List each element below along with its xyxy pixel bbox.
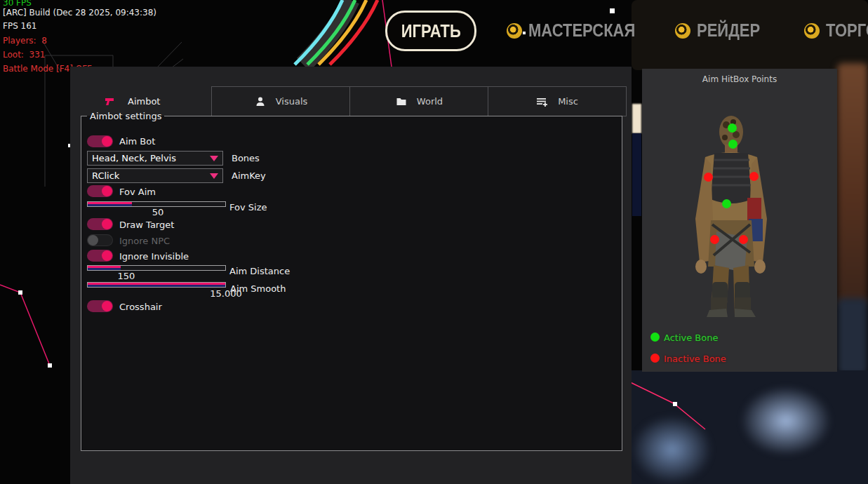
menu-item-trade[interactable]: ТОРГО — [804, 20, 868, 41]
hitbox-panel-title: Aim HitBox Points — [642, 74, 837, 84]
hud-players: Players: 8 — [3, 36, 47, 46]
aim-bot-label: Aim Bot — [119, 136, 155, 147]
coin-icon — [675, 23, 690, 39]
tab-label: World — [417, 96, 443, 107]
bg-gap-bright — [632, 104, 641, 133]
aim-smooth-value: 15.000 — [205, 288, 247, 299]
person-icon — [255, 96, 266, 107]
bg-bottom-blob2 — [632, 415, 712, 484]
bone-left-arm[interactable] — [704, 173, 713, 182]
fov-aim-toggle[interactable] — [87, 185, 113, 197]
aim-smooth-slider[interactable] — [87, 282, 226, 288]
ignore-invisible-label: Ignore Invisible — [119, 251, 189, 262]
crosshair-toggle[interactable] — [87, 300, 113, 312]
menu-item-label: МАСТЕРСКАЯ — [528, 20, 635, 41]
chevron-down-icon — [210, 173, 218, 179]
aim-distance-slider-fill — [88, 266, 121, 270]
active-bone-label: Active Bone — [664, 332, 718, 343]
bones-dropdown[interactable]: Head, Neck, Pelvis — [87, 151, 223, 166]
menu-item-label: ТОРГО — [826, 20, 868, 41]
bg-gap-navy — [632, 133, 641, 216]
draw-target-label: Draw Target — [119, 220, 174, 230]
bg-rust-wall — [837, 63, 868, 305]
menu-item-workshop[interactable]: МАСТЕРСКАЯ — [507, 20, 650, 41]
hud-fps: FPS 161 — [3, 21, 36, 31]
coin-icon — [507, 23, 522, 39]
bone-neck[interactable] — [728, 140, 737, 149]
menu-item-label: РЕЙДЕР — [697, 20, 760, 41]
bone-pelvis[interactable] — [722, 199, 731, 208]
active-bone-dot — [650, 332, 660, 342]
inactive-bone-label: Inactive Bone — [664, 354, 726, 364]
ignore-invisible-toggle[interactable] — [87, 250, 113, 262]
group-title: Aimbot settings — [87, 111, 164, 121]
play-button[interactable]: ИГРАТЬ — [385, 11, 476, 51]
folder-icon — [396, 96, 407, 107]
screen: 30 FPS [ARC] Build (Dec 28 2025, 09:43:3… — [0, 0, 868, 484]
hud-loot: Loot: 331 — [3, 50, 45, 60]
aimkey-dropdown-value: RClick — [92, 170, 119, 181]
tab-label: Aimbot — [128, 96, 160, 107]
hud-build: [ARC] Build (Dec 28 2025, 09:43:38) — [3, 8, 156, 18]
menu-item-raider[interactable]: РЕЙДЕР — [675, 20, 768, 41]
bone-right-thigh[interactable] — [739, 235, 748, 244]
chevron-down-icon — [210, 156, 218, 161]
ignore-npc-toggle[interactable] — [87, 234, 113, 246]
aimkey-dropdown[interactable]: RClick — [87, 168, 223, 183]
bone-right-arm[interactable] — [749, 172, 759, 181]
aim-smooth-slider-fill — [88, 283, 225, 287]
bones-dropdown-value: Head, Neck, Pelvis — [92, 153, 176, 163]
fov-size-label: Fov Size — [229, 202, 267, 213]
fov-aim-label: Fov Aim — [119, 187, 156, 197]
bone-head[interactable] — [728, 123, 737, 133]
aim-distance-slider[interactable] — [87, 265, 226, 271]
aimkey-label: AimKey — [232, 170, 266, 181]
aim-distance-value: 150 — [111, 271, 142, 281]
gun-icon — [104, 96, 115, 107]
tab-label: Misc — [558, 96, 578, 107]
fov-size-slider[interactable] — [87, 201, 226, 207]
fov-size-slider-fill — [88, 202, 132, 206]
draw-target-toggle[interactable] — [87, 218, 113, 230]
aim-distance-label: Aim Distance — [229, 266, 290, 276]
bone-left-thigh[interactable] — [710, 235, 719, 244]
crosshair-label: Crosshair — [119, 302, 162, 312]
bones-label: Bones — [232, 153, 260, 163]
bg-right-mid — [837, 298, 868, 375]
coin-icon — [804, 23, 820, 39]
play-button-label: ИГРАТЬ — [401, 21, 460, 41]
playlist-add-icon — [536, 96, 548, 107]
ignore-npc-label: Ignore NPC — [119, 236, 170, 246]
aim-bot-toggle[interactable] — [87, 135, 113, 147]
fov-size-value: 50 — [144, 207, 172, 217]
bg-bottom-blob1 — [740, 386, 832, 456]
hud-fps-overlay: 30 FPS — [3, 0, 32, 8]
inactive-bone-dot — [650, 354, 660, 363]
tab-label: Visuals — [276, 96, 308, 107]
